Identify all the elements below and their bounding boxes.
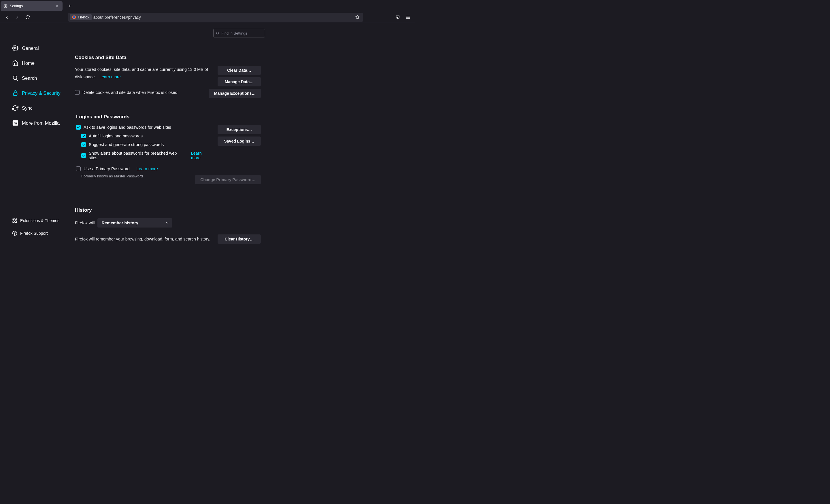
sidebar-item-label: Search (22, 75, 37, 81)
tab-title: Settings (10, 4, 52, 8)
section-logins: Logins and Passwords Ask to save logins … (75, 114, 261, 184)
sidebar-item-more-mozilla[interactable]: m More from Mozilla (12, 118, 75, 128)
sidebar-item-label: Extensions & Themes (20, 218, 59, 223)
settings-sidebar: General Home Search Privacy & Security (0, 23, 75, 252)
svg-text:m: m (13, 121, 17, 125)
svg-line-16 (219, 34, 219, 34)
pocket-icon[interactable] (393, 13, 402, 22)
svg-line-9 (17, 79, 18, 80)
clear-data-button[interactable]: Clear Data… (218, 66, 261, 75)
settings-search-input[interactable] (221, 31, 262, 35)
sidebar-item-label: General (22, 45, 39, 51)
section-cookies: Cookies and Site Data Your stored cookie… (75, 55, 261, 98)
back-button[interactable] (2, 13, 11, 22)
checkbox-label: Autofill logins and passwords (89, 134, 143, 138)
identity-box[interactable]: Firefox (70, 14, 92, 20)
sidebar-item-label: Privacy & Security (22, 91, 61, 96)
checkbox-label: Delete cookies and site data when Firefo… (83, 89, 178, 96)
browser-tab[interactable]: Settings ✕ (1, 1, 63, 11)
learn-more-link[interactable]: Learn more (191, 151, 212, 160)
url-text: about:preferences#privacy (93, 15, 353, 20)
svg-point-7 (14, 47, 16, 49)
settings-main: Cookies and Site Data Your stored cookie… (75, 23, 415, 252)
gear-icon (12, 45, 19, 51)
section-history: History Firefox will Remember history Fi… (75, 207, 261, 244)
firefox-icon (72, 15, 76, 19)
settings-search[interactable] (213, 29, 265, 37)
svg-rect-10 (13, 93, 17, 95)
section-heading: Cookies and Site Data (75, 55, 261, 61)
lock-icon (12, 90, 19, 96)
svg-marker-3 (355, 15, 359, 19)
checkbox-label: Show alerts about passwords for breached… (89, 151, 184, 160)
nav-toolbar: Firefox about:preferences#privacy (0, 11, 415, 23)
manage-exceptions-button[interactable]: Manage Exceptions… (209, 89, 261, 98)
tab-bar: Settings ✕ + (0, 0, 415, 11)
sidebar-item-sync[interactable]: Sync (12, 103, 75, 113)
help-icon (12, 231, 17, 236)
sidebar-item-label: Sync (22, 105, 33, 111)
sidebar-item-label: Firefox Support (20, 231, 48, 236)
history-label: Firefox will (75, 221, 95, 225)
reload-button[interactable] (23, 13, 32, 22)
checkbox-primary-password[interactable] (76, 166, 81, 171)
checkbox-suggest[interactable] (81, 142, 86, 147)
sidebar-item-extensions[interactable]: Extensions & Themes (12, 216, 75, 225)
close-icon[interactable]: ✕ (54, 3, 60, 9)
sidebar-item-general[interactable]: General (12, 43, 75, 53)
search-icon (216, 31, 220, 35)
section-heading: History (75, 207, 261, 213)
identity-label: Firefox (78, 15, 89, 19)
sidebar-item-search[interactable]: Search (12, 73, 75, 83)
change-primary-password-button: Change Primary Password… (195, 175, 261, 184)
menu-icon[interactable] (404, 13, 413, 22)
url-bar[interactable]: Firefox about:preferences#privacy (68, 13, 363, 22)
learn-more-link[interactable]: Learn more (99, 75, 121, 79)
primary-password-hint: Formerly known as Master Password (81, 174, 212, 178)
svg-point-2 (73, 16, 75, 18)
bookmark-star-icon[interactable] (353, 15, 361, 20)
chevron-down-icon (165, 221, 169, 225)
history-mode-select[interactable]: Remember history (97, 218, 172, 228)
sidebar-item-label: More from Mozilla (22, 121, 60, 126)
search-icon (12, 75, 19, 81)
sidebar-item-home[interactable]: Home (12, 58, 75, 68)
checkbox-alerts[interactable] (81, 153, 86, 158)
clear-history-button[interactable]: Clear History… (218, 234, 261, 244)
exceptions-button[interactable]: Exceptions… (218, 125, 261, 134)
checkbox-label: Suggest and generate strong passwords (89, 142, 164, 147)
new-tab-button[interactable]: + (65, 2, 74, 10)
sync-icon (12, 105, 19, 111)
manage-data-button[interactable]: Manage Data… (218, 77, 261, 87)
checkbox-label: Ask to save logins and passwords for web… (84, 125, 171, 130)
sidebar-item-support[interactable]: Firefox Support (12, 229, 75, 238)
sidebar-item-privacy[interactable]: Privacy & Security (12, 88, 75, 98)
saved-logins-button[interactable]: Saved Logins… (218, 136, 261, 146)
puzzle-icon (12, 218, 17, 223)
history-desc: Firefox will remember your browsing, dow… (75, 237, 212, 241)
gear-icon (3, 4, 7, 8)
checkbox-delete-on-close[interactable] (75, 90, 79, 95)
forward-button[interactable] (13, 13, 22, 22)
checkbox-label: Use a Primary Password (84, 166, 130, 171)
checkbox-autofill[interactable] (81, 134, 86, 138)
sidebar-item-label: Home (22, 61, 35, 66)
home-icon (12, 60, 19, 66)
cookies-desc: Your stored cookies, site data, and cach… (75, 67, 208, 79)
mozilla-icon: m (12, 120, 19, 126)
learn-more-link[interactable]: Learn more (137, 166, 158, 171)
select-value: Remember history (101, 221, 138, 225)
svg-point-0 (5, 5, 6, 7)
section-heading: Logins and Passwords (76, 114, 261, 120)
checkbox-ask-save[interactable] (76, 125, 81, 130)
